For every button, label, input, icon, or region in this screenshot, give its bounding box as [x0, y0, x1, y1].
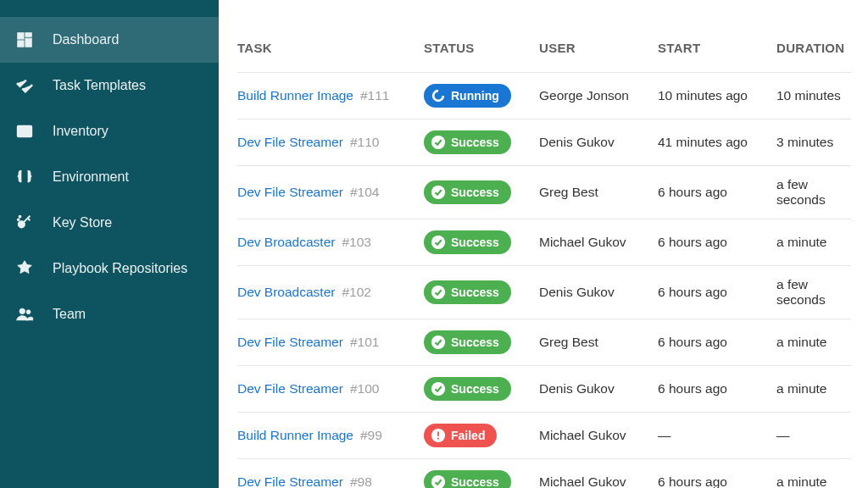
cell-status: Success: [424, 377, 539, 401]
col-header-start: START: [658, 41, 776, 55]
sidebar-item-dashboard[interactable]: Dashboard: [0, 17, 219, 63]
cell-duration: a few seconds: [776, 277, 851, 308]
status-badge-success: Success: [424, 330, 511, 354]
sidebar-item-label: Task Templates: [53, 78, 146, 93]
task-id: #98: [350, 474, 372, 488]
task-link[interactable]: Build Runner Image: [237, 428, 353, 442]
cell-user: Denis Gukov: [539, 381, 658, 396]
cell-task: Dev Broadcaster#103: [237, 235, 424, 250]
key-icon: [15, 214, 34, 232]
repo-icon: [15, 259, 34, 278]
table-row: Dev File Streamer#104SuccessGreg Best6 h…: [237, 165, 851, 219]
cell-start: —: [658, 428, 776, 443]
cell-task: Dev File Streamer#101: [237, 335, 424, 350]
cell-duration: 3 minutes: [776, 135, 851, 150]
table-row: Dev File Streamer#100SuccessDenis Gukov6…: [237, 365, 851, 412]
success-icon: [431, 285, 446, 300]
cell-task: Build Runner Image#99: [237, 428, 424, 443]
success-icon: [431, 235, 446, 250]
cell-status: Success: [424, 130, 539, 154]
task-id: #100: [350, 381, 379, 396]
cell-status: Success: [424, 330, 539, 354]
success-icon: [431, 335, 446, 350]
sidebar-item-label: Inventory: [53, 124, 108, 139]
svg-point-7: [19, 216, 21, 218]
cell-task: Dev File Streamer#100: [237, 381, 424, 396]
sidebar-item-inventory[interactable]: Inventory: [0, 108, 219, 154]
cell-start: 6 hours ago: [658, 285, 776, 300]
cell-duration: —: [776, 428, 851, 443]
cell-user: Denis Gukov: [539, 135, 658, 150]
success-icon: [431, 381, 446, 396]
cell-start: 6 hours ago: [658, 381, 776, 396]
task-link[interactable]: Dev Broadcaster: [237, 285, 335, 299]
status-badge-success: Success: [424, 470, 511, 488]
table-row: Dev File Streamer#98SuccessMichael Gukov…: [237, 458, 851, 488]
table-row: Dev Broadcaster#102SuccessDenis Gukov6 h…: [237, 265, 851, 319]
sidebar-item-environment[interactable]: Environment: [0, 154, 219, 200]
table-row: Dev File Streamer#101SuccessGreg Best6 h…: [237, 319, 851, 365]
cell-status: Success: [424, 470, 539, 488]
col-header-status: STATUS: [424, 41, 539, 55]
main-content: TASK STATUS USER START DURATION Build Ru…: [219, 0, 868, 488]
dashboard-icon: [15, 30, 34, 49]
svg-point-9: [19, 308, 25, 313]
cell-status: Running: [424, 84, 539, 108]
cell-user: Michael Gukov: [539, 235, 658, 250]
cell-duration: a minute: [776, 474, 851, 488]
task-id: #110: [350, 135, 379, 149]
table-row: Dev File Streamer#110SuccessDenis Gukov4…: [237, 119, 851, 165]
svg-rect-1: [25, 33, 31, 37]
sidebar-item-label: Key Store: [53, 215, 112, 230]
task-link[interactable]: Dev File Streamer: [237, 474, 343, 488]
task-link[interactable]: Dev Broadcaster: [237, 235, 335, 249]
task-id: #101: [350, 335, 379, 349]
braces-icon: [15, 168, 34, 186]
success-icon: [431, 135, 446, 150]
sidebar-item-team[interactable]: Team: [0, 291, 219, 337]
table-row: Dev Broadcaster#103SuccessMichael Gukov6…: [237, 219, 851, 265]
cell-start: 10 minutes ago: [658, 88, 776, 103]
status-label: Success: [451, 382, 499, 396]
status-label: Success: [451, 136, 499, 149]
success-icon: [431, 474, 446, 488]
task-id: #99: [360, 428, 382, 442]
table-row: Build Runner Image#99FailedMichael Gukov…: [237, 412, 851, 458]
cell-duration: a minute: [776, 335, 851, 350]
svg-rect-0: [18, 33, 24, 39]
status-badge-success: Success: [424, 180, 511, 204]
task-link[interactable]: Dev File Streamer: [237, 135, 343, 149]
cell-duration: a few seconds: [776, 177, 851, 208]
cell-status: Failed: [424, 424, 539, 447]
col-header-task: TASK: [237, 41, 424, 55]
task-link[interactable]: Build Runner Image: [237, 88, 353, 103]
task-id: #111: [360, 88, 389, 103]
sidebar-item-label: Dashboard: [53, 32, 119, 47]
team-icon: [15, 305, 34, 324]
cell-start: 41 minutes ago: [658, 135, 776, 150]
success-icon: [431, 185, 446, 200]
status-badge-success: Success: [424, 280, 511, 304]
sidebar-item-label: Team: [53, 307, 86, 322]
cell-duration: a minute: [776, 235, 851, 250]
task-link[interactable]: Dev File Streamer: [237, 381, 343, 396]
status-label: Failed: [451, 429, 485, 442]
running-icon: [431, 88, 446, 103]
cell-user: Denis Gukov: [539, 285, 658, 300]
cell-user: Michael Gukov: [539, 428, 658, 443]
cell-start: 6 hours ago: [658, 335, 776, 350]
table-header: TASK STATUS USER START DURATION: [237, 0, 851, 72]
task-link[interactable]: Dev File Streamer: [237, 185, 343, 199]
svg-rect-2: [25, 38, 31, 47]
svg-point-8: [18, 219, 19, 220]
task-table: TASK STATUS USER START DURATION Build Ru…: [237, 0, 851, 488]
cell-task: Dev File Streamer#104: [237, 185, 424, 200]
checks-icon: [15, 76, 34, 95]
cell-duration: 10 minutes: [776, 88, 851, 103]
sidebar-item-key-store[interactable]: Key Store: [0, 200, 219, 246]
sidebar-item-task-templates[interactable]: Task Templates: [0, 63, 219, 108]
sidebar-item-playbook-repositories[interactable]: Playbook Repositories: [0, 246, 219, 291]
cell-task: Dev Broadcaster#102: [237, 285, 424, 300]
svg-rect-5: [20, 128, 30, 134]
task-link[interactable]: Dev File Streamer: [237, 335, 343, 349]
